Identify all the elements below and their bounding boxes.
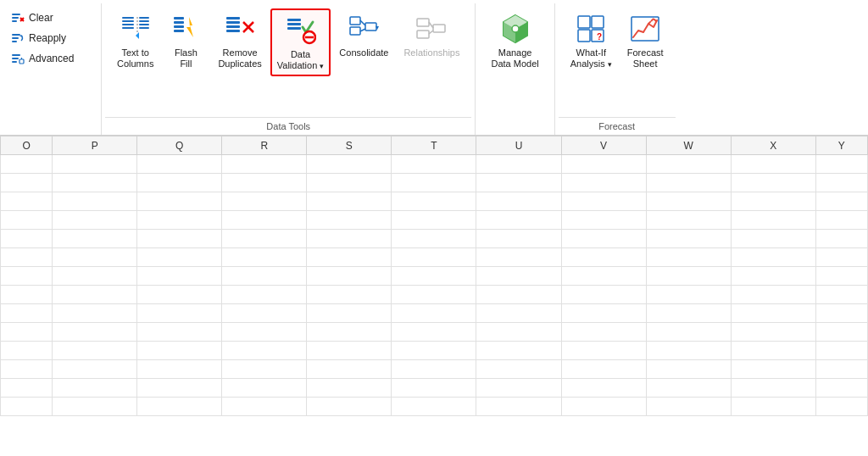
cell[interactable]	[137, 155, 222, 174]
cell[interactable]	[53, 342, 137, 360]
col-header-Q[interactable]: Q	[137, 136, 222, 155]
cell[interactable]	[307, 379, 392, 398]
cell[interactable]	[222, 304, 307, 323]
table-row[interactable]	[1, 192, 868, 211]
cell[interactable]	[731, 360, 815, 379]
cell[interactable]	[392, 267, 476, 286]
cell[interactable]	[137, 379, 222, 398]
cell[interactable]	[53, 155, 137, 174]
cell[interactable]	[731, 174, 815, 192]
advanced-button[interactable]: Advanced	[7, 49, 94, 68]
cell[interactable]	[1, 155, 53, 174]
cell[interactable]	[731, 155, 815, 174]
reapply-button[interactable]: Reapply	[7, 29, 94, 47]
cell[interactable]	[53, 398, 137, 416]
cell[interactable]	[476, 267, 561, 286]
cell[interactable]	[561, 304, 646, 323]
col-header-S[interactable]: S	[307, 136, 392, 155]
remove-duplicates-button[interactable]: RemoveDuplicates	[211, 8, 268, 73]
cell[interactable]	[646, 230, 731, 248]
cell[interactable]	[731, 342, 815, 360]
table-row[interactable]	[1, 286, 868, 304]
cell[interactable]	[392, 211, 476, 230]
cell[interactable]	[222, 398, 307, 416]
cell[interactable]	[815, 211, 867, 230]
cell[interactable]	[815, 155, 867, 174]
cell[interactable]	[222, 323, 307, 342]
cell[interactable]	[392, 379, 476, 398]
cell[interactable]	[815, 174, 867, 192]
cell[interactable]	[561, 155, 646, 174]
cell[interactable]	[307, 286, 392, 304]
cell[interactable]	[815, 192, 867, 211]
cell[interactable]	[1, 360, 53, 379]
cell[interactable]	[392, 342, 476, 360]
cell[interactable]	[137, 174, 222, 192]
cell[interactable]	[307, 398, 392, 416]
cell[interactable]	[476, 155, 561, 174]
cell[interactable]	[815, 230, 867, 248]
cell[interactable]	[137, 267, 222, 286]
cell[interactable]	[1, 248, 53, 267]
cell[interactable]	[476, 230, 561, 248]
cell[interactable]	[392, 155, 476, 174]
cell[interactable]	[392, 248, 476, 267]
cell[interactable]	[307, 342, 392, 360]
cell[interactable]	[476, 304, 561, 323]
cell[interactable]	[561, 323, 646, 342]
cell[interactable]	[53, 360, 137, 379]
cell[interactable]	[392, 323, 476, 342]
data-validation-button[interactable]: DataValidation ▾	[270, 8, 331, 76]
col-header-R[interactable]: R	[222, 136, 307, 155]
cell[interactable]	[392, 230, 476, 248]
cell[interactable]	[646, 192, 731, 211]
cell[interactable]	[222, 342, 307, 360]
cell[interactable]	[222, 211, 307, 230]
cell[interactable]	[137, 323, 222, 342]
cell[interactable]	[53, 248, 137, 267]
cell[interactable]	[392, 174, 476, 192]
cell[interactable]	[561, 174, 646, 192]
cell[interactable]	[731, 230, 815, 248]
table-row[interactable]	[1, 379, 868, 398]
cell[interactable]	[53, 211, 137, 230]
cell[interactable]	[392, 286, 476, 304]
cell[interactable]	[815, 248, 867, 267]
cell[interactable]	[53, 174, 137, 192]
cell[interactable]	[307, 211, 392, 230]
cell[interactable]	[53, 286, 137, 304]
table-row[interactable]	[1, 398, 868, 416]
col-header-W[interactable]: W	[646, 136, 731, 155]
cell[interactable]	[646, 286, 731, 304]
cell[interactable]	[53, 379, 137, 398]
cell[interactable]	[307, 174, 392, 192]
cell[interactable]	[222, 230, 307, 248]
cell[interactable]	[307, 155, 392, 174]
cell[interactable]	[646, 398, 731, 416]
cell[interactable]	[731, 248, 815, 267]
relationships-button[interactable]: Relationships	[397, 8, 466, 62]
cell[interactable]	[307, 248, 392, 267]
cell[interactable]	[137, 286, 222, 304]
cell[interactable]	[476, 342, 561, 360]
cell[interactable]	[815, 379, 867, 398]
col-header-O[interactable]: O	[1, 136, 53, 155]
cell[interactable]	[476, 174, 561, 192]
cell[interactable]	[561, 360, 646, 379]
cell[interactable]	[137, 230, 222, 248]
cell[interactable]	[476, 286, 561, 304]
cell[interactable]	[1, 342, 53, 360]
cell[interactable]	[222, 192, 307, 211]
cell[interactable]	[561, 192, 646, 211]
forecast-sheet-button[interactable]: ForecastSheet	[620, 8, 670, 73]
table-row[interactable]	[1, 155, 868, 174]
cell[interactable]	[1, 192, 53, 211]
cell[interactable]	[561, 342, 646, 360]
cell[interactable]	[307, 230, 392, 248]
cell[interactable]	[307, 304, 392, 323]
cell[interactable]	[815, 267, 867, 286]
cell[interactable]	[476, 398, 561, 416]
table-row[interactable]	[1, 323, 868, 342]
table-row[interactable]	[1, 304, 868, 323]
clear-button[interactable]: Clear	[7, 8, 94, 27]
